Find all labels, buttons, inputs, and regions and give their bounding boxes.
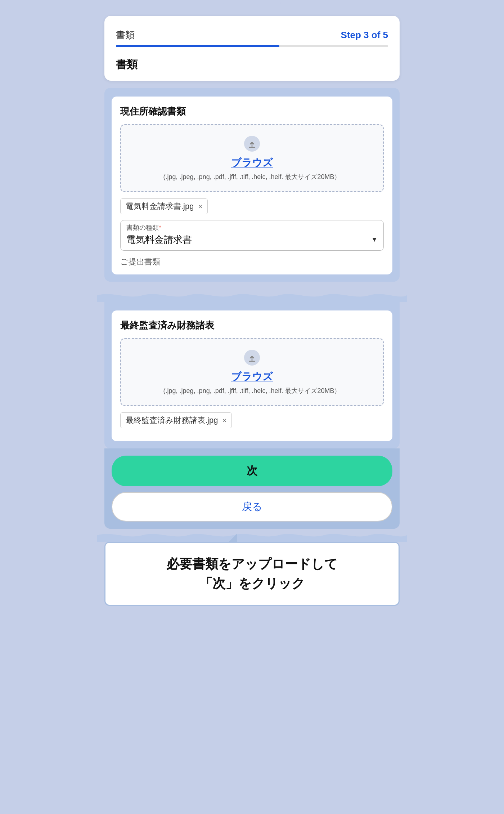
wave-divider-1 (97, 289, 407, 302)
file-tag-2: 最終監査済み財務諸表.jpg × (120, 412, 232, 428)
tooltip-text: 必要書類をアップロードして 「次」をクリック (118, 554, 386, 593)
browse-link-1[interactable]: ブラウズ (231, 156, 273, 170)
progress-section: 書類 Step 3 of 5 (104, 16, 400, 47)
buttons-section: 次 戻る (104, 448, 400, 529)
dropdown-value-1[interactable]: 電気料金請求書 ▼ (126, 233, 378, 246)
document-card-1: 現住所確認書類 ブラウズ (.jpg, .jpeg, .png, .pdf, .… (112, 97, 392, 274)
submit-label-1: ご提出書類 (120, 256, 384, 267)
device-frame: 書類 Step 3 of 5 書類 現住所確認書類 (97, 0, 407, 814)
back-button[interactable]: 戻る (112, 492, 392, 522)
file-name-1: 電気料金請求書.jpg (126, 201, 194, 212)
device-notch (223, 0, 281, 6)
remove-file-2[interactable]: × (222, 416, 226, 425)
section1-title: 現住所確認書類 (120, 105, 384, 118)
dropdown-arrow-1: ▼ (371, 236, 378, 243)
progress-label: 書類 (116, 29, 135, 41)
remove-file-1[interactable]: × (198, 202, 202, 211)
upload-icon-1 (243, 135, 261, 152)
upload-zone-2[interactable]: ブラウズ (.jpg, .jpeg, .png, .pdf, .jfif, .t… (120, 338, 384, 406)
section2-title: 最終監査済み財務諸表 (120, 319, 384, 332)
browse-link-2[interactable]: ブラウズ (231, 370, 273, 384)
dropdown-1[interactable]: 書類の種類* 電気料金請求書 ▼ (120, 220, 384, 251)
upload-hint-2: (.jpg, .jpeg, .png, .pdf, .jfif, .tiff, … (163, 386, 341, 395)
step-indicator: Step 3 of 5 (341, 30, 388, 41)
upload-hint-1: (.jpg, .jpeg, .png, .pdf, .jfif, .tiff, … (163, 173, 341, 181)
main-card: 書類 Step 3 of 5 書類 (104, 16, 400, 81)
file-tag-1: 電気料金請求書.jpg × (120, 198, 208, 214)
blue-section-2: 最終監査済み財務諸表 ブラウズ (.jpg, .jpeg, .png, .pdf… (104, 302, 400, 448)
file-name-2: 最終監査済み財務諸表.jpg (126, 415, 218, 426)
page-title: 書類 (104, 47, 400, 81)
next-button[interactable]: 次 (112, 456, 392, 486)
upload-zone-1[interactable]: ブラウズ (.jpg, .jpeg, .png, .pdf, .jfif, .t… (120, 124, 384, 192)
tooltip-box: 必要書類をアップロードして 「次」をクリック (104, 542, 400, 606)
document-card-2: 最終監査済み財務諸表 ブラウズ (.jpg, .jpeg, .png, .pdf… (112, 310, 392, 441)
upload-icon-2 (243, 349, 261, 366)
wave-divider-2 (97, 529, 407, 542)
tooltip-wrapper: 必要書類をアップロードして 「次」をクリック (104, 542, 400, 606)
dropdown-label-1: 書類の種類* (126, 223, 378, 232)
tooltip-arrow (228, 534, 237, 542)
blue-section-1: 現住所確認書類 ブラウズ (.jpg, .jpeg, .png, .pdf, .… (104, 88, 400, 282)
